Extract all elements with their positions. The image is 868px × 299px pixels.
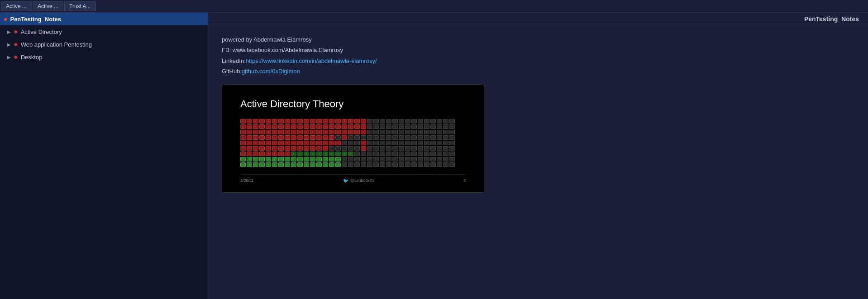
sidebar-label-desktop: Desktop (21, 54, 43, 61)
grid-cell: ▪ (278, 141, 284, 145)
grid-cell: ▪ (437, 130, 442, 134)
grid-cell: ▪ (437, 157, 442, 161)
grid-cell: ▪ (411, 141, 417, 145)
grid-cell: ▪ (380, 141, 385, 145)
grid-cell: ▪ (411, 157, 417, 161)
grid-cell: ▪ (354, 135, 360, 140)
grid-cell: ▪ (354, 162, 360, 167)
grid-cell: ▪ (329, 152, 334, 156)
linkedin-line: LinkedIn:https://www.linkedin.com/in/abd… (222, 56, 854, 66)
linkedin-link[interactable]: https://www.linkedin.com/in/abdelmawla-e… (246, 57, 377, 64)
content-header: PenTesting_Notes (208, 13, 868, 25)
sidebar-label-active-directory: Active Directory (21, 28, 62, 35)
grid-cell: ▪ (443, 124, 448, 129)
grid-cell: ▪ (342, 135, 347, 140)
arrow-icon-2: ▶ (7, 42, 11, 47)
grid-cell: ▪ (449, 162, 455, 167)
grid-cell: ▪ (291, 157, 296, 161)
grid-cell: ▪ (329, 146, 334, 151)
grid-cell: ▪ (399, 119, 404, 123)
grid-cell: ▪ (316, 162, 322, 167)
grid-cell: ▪ (266, 135, 271, 140)
grid-cell: ▪ (361, 141, 366, 145)
grid-cell: ▪ (240, 130, 246, 134)
grid-cell: ▪ (373, 119, 379, 123)
grid-cell: ▪ (259, 152, 265, 156)
sidebar-item-web-app[interactable]: ▶ ● Web application Pentesting (0, 38, 208, 51)
grid-cell: ▪ (247, 124, 252, 129)
grid-cell: ▪ (335, 152, 341, 156)
grid-cell: ▪ (392, 141, 398, 145)
grid-cell: ▪ (386, 152, 391, 156)
sidebar-item-active-directory[interactable]: ▶ ● Active Directory (0, 25, 208, 38)
sidebar-item-desktop[interactable]: ▶ ● Desktop (0, 51, 208, 63)
grid-cell: ▪ (291, 130, 296, 134)
grid-cell: ▪ (443, 130, 448, 134)
grid-cell: ▪ (361, 152, 366, 156)
grid-cell: ▪ (259, 135, 265, 140)
grid-cell: ▪ (386, 141, 391, 145)
grid-cell: ▪ (266, 146, 271, 151)
grid-cell: ▪ (411, 130, 417, 134)
tab-trust-a[interactable]: Trust A... (64, 1, 96, 11)
grid-cell: ▪ (335, 135, 341, 140)
github-link[interactable]: github.com/0xDigimon (242, 68, 300, 75)
grid-cell: ▪ (348, 141, 353, 145)
grid-cell: ▪ (392, 124, 398, 129)
grid-cell: ▪ (392, 135, 398, 140)
grid-cell: ▪ (380, 157, 385, 161)
grid-cell: ▪ (399, 135, 404, 140)
grid-cell: ▪ (297, 135, 303, 140)
grid-cell: ▪ (430, 162, 436, 167)
grid-row: ▪▪▪▪▪▪▪▪▪▪▪▪▪▪▪▪▪▪▪▪▪▪▪▪▪▪▪▪▪▪▪▪▪▪ (240, 141, 466, 145)
grid-visualization: ▪▪▪▪▪▪▪▪▪▪▪▪▪▪▪▪▪▪▪▪▪▪▪▪▪▪▪▪▪▪▪▪▪▪▪▪▪▪▪▪… (240, 119, 466, 167)
grid-cell: ▪ (418, 130, 423, 134)
grid-cell: ▪ (373, 162, 379, 167)
grid-row: ▪▪▪▪▪▪▪▪▪▪▪▪▪▪▪▪▪▪▪▪▪▪▪▪▪▪▪▪▪▪▪▪▪▪ (240, 124, 466, 129)
dot-icon-1: ● (14, 28, 18, 36)
grid-cell: ▪ (297, 162, 303, 167)
grid-cell: ▪ (285, 162, 290, 167)
grid-cell: ▪ (449, 119, 455, 123)
grid-cell: ▪ (304, 124, 309, 129)
grid-cell: ▪ (354, 119, 360, 123)
grid-cell: ▪ (361, 135, 366, 140)
content-area: PenTesting_Notes powered by Abdelmawla E… (208, 13, 868, 299)
grid-cell: ▪ (449, 141, 455, 145)
grid-cell: ▪ (253, 162, 258, 167)
grid-cell: ▪ (399, 124, 404, 129)
grid-cell: ▪ (316, 141, 322, 145)
grid-cell: ▪ (285, 124, 290, 129)
tab-active-1[interactable]: Active ... (1, 1, 32, 11)
grid-cell: ▪ (285, 141, 290, 145)
grid-row: ▪▪▪▪▪▪▪▪▪▪▪▪▪▪▪▪▪▪▪▪▪▪▪▪▪▪▪▪▪▪▪▪▪▪ (240, 130, 466, 134)
grid-cell: ▪ (323, 130, 328, 134)
grid-cell: ▪ (424, 141, 429, 145)
grid-cell: ▪ (386, 135, 391, 140)
grid-cell: ▪ (405, 135, 410, 140)
grid-cell: ▪ (418, 157, 423, 161)
grid-cell: ▪ (443, 162, 448, 167)
grid-cell: ▪ (310, 152, 315, 156)
fb-line: FB: www.facebook.com/Abdelmawla.Elamrosy (222, 45, 854, 55)
grid-cell: ▪ (335, 157, 341, 161)
grid-cell: ▪ (240, 157, 246, 161)
grid-cell: ▪ (367, 152, 372, 156)
grid-cell: ▪ (240, 146, 246, 151)
grid-cell: ▪ (278, 146, 284, 151)
grid-cell: ▪ (304, 146, 309, 151)
grid-cell: ▪ (361, 130, 366, 134)
grid-cell: ▪ (253, 157, 258, 161)
grid-cell: ▪ (278, 157, 284, 161)
grid-cell: ▪ (310, 135, 315, 140)
grid-cell: ▪ (367, 146, 372, 151)
grid-cell: ▪ (304, 135, 309, 140)
grid-cell: ▪ (247, 146, 252, 151)
grid-cell: ▪ (386, 124, 391, 129)
grid-cell: ▪ (424, 162, 429, 167)
tab-active-2[interactable]: Active ... (33, 1, 63, 11)
grid-cell: ▪ (342, 141, 347, 145)
grid-cell: ▪ (437, 152, 442, 156)
grid-cell: ▪ (285, 135, 290, 140)
grid-cell: ▪ (443, 146, 448, 151)
